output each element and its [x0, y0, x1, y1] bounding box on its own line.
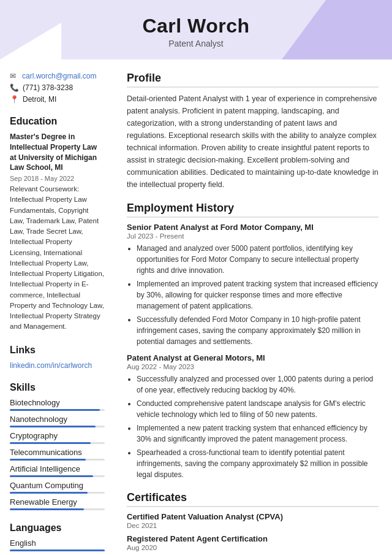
- job-date: Jul 2023 - Present: [127, 232, 379, 240]
- languages-list: English: [10, 538, 105, 551]
- job-title: Patent Analyst at General Motors, MI: [127, 353, 379, 362]
- skill-bar-fill: [10, 459, 86, 461]
- skill-bar-bg: [10, 426, 105, 427]
- phone-icon: 📞: [10, 83, 19, 92]
- skills-list: Biotechnology Nanotechnology Cryptograph…: [10, 398, 105, 510]
- skill-label: Nanotechnology: [10, 415, 105, 424]
- skill-bar-fill: [10, 508, 84, 510]
- skill-bar-bg: [10, 508, 105, 510]
- header-triangle-left: [0, 23, 61, 59]
- cert-title: Certified Patent Valuation Analyst (CPVA…: [127, 512, 379, 521]
- skills-title: Skills: [10, 382, 105, 393]
- linkedin-item: linkedin.com/in/carlworch: [10, 361, 105, 370]
- skill-bar-fill: [10, 442, 91, 444]
- skill-label: Quantum Computing: [10, 481, 105, 490]
- cert-date: Dec 2021: [127, 522, 379, 529]
- job-bullet: Successfully analyzed and processed over…: [137, 373, 379, 396]
- job-bullet: Implemented a new patent tracking system…: [137, 423, 379, 445]
- phone-text: (771) 378-3238: [23, 83, 73, 92]
- job-bullet: Successfully defended Ford Motor Company…: [137, 314, 379, 347]
- coursework-label: Relevant Coursework:: [10, 185, 79, 193]
- profile-text: Detail-oriented Patent Analyst with 1 ye…: [127, 93, 379, 191]
- cert-title: Registered Patent Agent Certification: [127, 534, 379, 543]
- job-bullet: Spearheaded a cross-functional team to i…: [137, 447, 379, 480]
- location-text: Detroit, MI: [23, 95, 56, 104]
- skill-label: Renewable Energy: [10, 497, 105, 507]
- edu-coursework: Relevant Coursework: Intellectual Proper…: [10, 184, 105, 332]
- linkedin-link[interactable]: linkedin.com/in/carlworch: [10, 361, 92, 370]
- skill-item: Renewable Energy: [10, 497, 105, 510]
- sidebar: ✉ carl.worch@gmail.com 📞 (771) 378-3238 …: [0, 59, 113, 555]
- skill-bar-bg: [10, 475, 105, 477]
- links-title: Links: [10, 345, 105, 356]
- employment-section-title: Employment History: [127, 202, 379, 218]
- skill-bar-fill: [10, 426, 96, 427]
- job-bullets: Managed and analyzed over 5000 patent po…: [127, 243, 379, 347]
- skill-bar-fill: [10, 475, 93, 477]
- skill-label: Biotechnology: [10, 398, 105, 407]
- cert-date: Aug 2020: [127, 544, 379, 551]
- lang-bar-bg: [10, 549, 105, 551]
- cert-item: Certified Patent Valuation Analyst (CPVA…: [127, 512, 379, 529]
- email-link[interactable]: carl.worch@gmail.com: [22, 72, 97, 80]
- skill-item: Telecommunications: [10, 448, 105, 461]
- skill-label: Cryptography: [10, 431, 105, 440]
- education-title: Education: [10, 116, 105, 127]
- profile-section: Profile Detail-oriented Patent Analyst w…: [127, 72, 379, 191]
- skill-item: Artificial Intelligence: [10, 464, 105, 477]
- job-bullet: Conducted comprehensive patent landscape…: [137, 398, 379, 420]
- skill-item: Cryptography: [10, 431, 105, 444]
- job-item: Senior Patent Analyst at Ford Motor Comp…: [127, 223, 379, 347]
- location-item: 📍 Detroit, MI: [10, 95, 105, 104]
- certificates-section: Certificates Certified Patent Valuation …: [127, 491, 379, 551]
- job-title: Senior Patent Analyst at Ford Motor Comp…: [127, 223, 379, 232]
- language-item: English: [10, 538, 105, 551]
- education-section: Education Master's Degree in Intellectua…: [10, 116, 105, 332]
- location-icon: 📍: [10, 95, 19, 104]
- job-date: Aug 2022 - May 2023: [127, 363, 379, 370]
- job-item: Patent Analyst at General Motors, MI Aug…: [127, 353, 379, 480]
- coursework-text: Intellectual Property Law Fundamentals, …: [10, 196, 104, 330]
- email-icon: ✉: [10, 72, 18, 80]
- skill-item: Quantum Computing: [10, 481, 105, 494]
- certs-list: Certified Patent Valuation Analyst (CPVA…: [127, 512, 379, 551]
- job-bullet: Implemented an improved patent tracking …: [137, 278, 379, 312]
- skill-bar-bg: [10, 459, 105, 461]
- skill-label: Artificial Intelligence: [10, 464, 105, 473]
- certificates-section-title: Certificates: [127, 491, 379, 507]
- job-bullets: Successfully analyzed and processed over…: [127, 373, 379, 480]
- main-layout: ✉ carl.worch@gmail.com 📞 (771) 378-3238 …: [0, 59, 392, 555]
- job-bullet: Managed and analyzed over 5000 patent po…: [137, 243, 379, 276]
- skill-item: Nanotechnology: [10, 415, 105, 427]
- links-section: Links linkedin.com/in/carlworch: [10, 345, 105, 370]
- skills-section: Skills Biotechnology Nanotechnology Cryp…: [10, 382, 105, 510]
- languages-section: Languages English: [10, 522, 105, 551]
- employment-section: Employment History Senior Patent Analyst…: [127, 202, 379, 480]
- header: Carl Worch Patent Analyst: [0, 0, 392, 59]
- email-item: ✉ carl.worch@gmail.com: [10, 72, 105, 80]
- skill-bar-bg: [10, 492, 105, 494]
- languages-title: Languages: [10, 522, 105, 534]
- profile-section-title: Profile: [127, 72, 379, 88]
- phone-item: 📞 (771) 378-3238: [10, 83, 105, 92]
- skill-item: Biotechnology: [10, 398, 105, 411]
- language-label: English: [10, 538, 36, 548]
- jobs-list: Senior Patent Analyst at Ford Motor Comp…: [127, 223, 379, 480]
- main-content: Profile Detail-oriented Patent Analyst w…: [113, 59, 392, 555]
- lang-bar-fill: [10, 549, 105, 551]
- cert-item: Registered Patent Agent Certification Au…: [127, 534, 379, 551]
- skill-bar-fill: [10, 492, 88, 494]
- edu-dates: Sep 2018 - May 2022: [10, 175, 105, 182]
- edu-degree: Master's Degree in Intellectual Property…: [10, 132, 105, 173]
- skill-bar-bg: [10, 409, 105, 411]
- contact-section: ✉ carl.worch@gmail.com 📞 (771) 378-3238 …: [10, 72, 105, 104]
- skill-bar-fill: [10, 409, 100, 411]
- skill-label: Telecommunications: [10, 448, 105, 457]
- skill-bar-bg: [10, 442, 105, 444]
